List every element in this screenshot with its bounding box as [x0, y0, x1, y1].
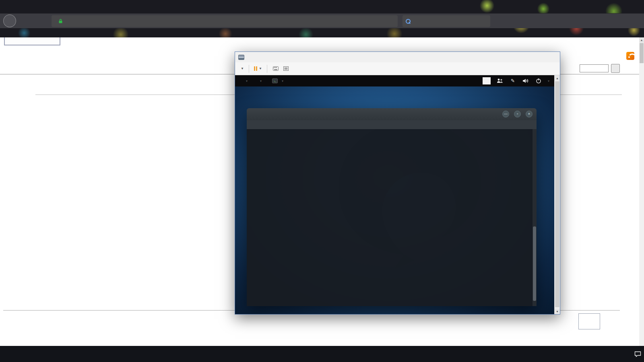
- vmware-scrollbar[interactable]: ▲ ▼: [554, 75, 560, 314]
- workspace-indicator[interactable]: [483, 77, 491, 84]
- chevron-down-icon[interactable]: ▾: [548, 79, 549, 83]
- kali-footer-logo: [578, 313, 600, 329]
- browser-navbar: [0, 13, 644, 28]
- scroll-up-icon[interactable]: ▲: [639, 37, 644, 43]
- page-scrollbar[interactable]: ▲: [639, 37, 644, 346]
- pen-icon[interactable]: ✎: [509, 77, 516, 84]
- vmware-toolbar: ▼ ▼: [235, 62, 560, 75]
- minimize-button[interactable]: [588, 0, 607, 13]
- vmware-window-controls: [519, 52, 560, 62]
- terminal-title-bar[interactable]: — ▫ ×: [247, 108, 537, 120]
- fullscreen-icon[interactable]: [283, 66, 290, 72]
- rss-icon[interactable]: [626, 52, 634, 60]
- suspend-button[interactable]: ▼: [254, 66, 262, 71]
- back-button[interactable]: [3, 14, 16, 27]
- search-bar[interactable]: [402, 15, 490, 27]
- vmware-maximize-button[interactable]: [533, 52, 546, 62]
- jump-button[interactable]: [611, 64, 620, 73]
- action-center-icon[interactable]: [634, 350, 642, 358]
- chevron-down-icon: ▾: [282, 79, 283, 83]
- windows-taskbar: [0, 346, 644, 362]
- applications-menu[interactable]: ▾: [240, 75, 252, 86]
- chevron-down-icon: ▼: [241, 67, 244, 70]
- vm-display[interactable]: ▾ ▾ ›_▾ ✎ ▾: [235, 75, 554, 314]
- new-tab-button[interactable]: [518, 0, 530, 13]
- issue-number-input[interactable]: [580, 64, 609, 72]
- users-icon[interactable]: [496, 77, 504, 84]
- terminal-window[interactable]: — ▫ ×: [247, 108, 537, 306]
- vmware-window[interactable]: ▼ ▼ ▾ ▾ ›_▾ ✎ ▾: [235, 51, 560, 315]
- chevron-down-icon: ▾: [260, 79, 262, 83]
- scrollbar-thumb[interactable]: [640, 43, 644, 63]
- issue-jump: [580, 64, 620, 73]
- bookmarks-bar: [3, 28, 644, 37]
- system-tray: [618, 346, 644, 362]
- terminal-maximize-button[interactable]: ▫: [514, 111, 521, 117]
- maximize-button[interactable]: [607, 0, 625, 13]
- search-icon: [406, 19, 411, 24]
- terminal-menubar: [247, 120, 537, 129]
- vmware-minimize-button[interactable]: [519, 52, 533, 62]
- terminal-scrollbar[interactable]: [533, 129, 537, 306]
- chevron-down-icon: ▼: [259, 67, 262, 70]
- terminal-app-menu[interactable]: ›_▾: [268, 75, 287, 86]
- browser-window-controls: [588, 0, 644, 13]
- vmware-app-icon: [238, 55, 244, 60]
- send-cad-icon[interactable]: [272, 66, 279, 72]
- terminal-minimize-button[interactable]: —: [502, 111, 509, 117]
- player-menu[interactable]: ▼: [239, 67, 244, 70]
- gnome-status-area: ✎ ▾: [483, 77, 549, 84]
- close-button[interactable]: [625, 0, 644, 13]
- places-menu[interactable]: ▾: [254, 75, 266, 86]
- url-bar[interactable]: [52, 15, 398, 27]
- terminal-scrollbar-thumb[interactable]: [533, 226, 536, 301]
- refresh-button[interactable]: [31, 15, 42, 27]
- kali-desktop[interactable]: — ▫ ×: [235, 86, 554, 314]
- scroll-down-icon[interactable]: ▼: [555, 309, 560, 314]
- https-lock-icon: [58, 19, 63, 24]
- terminal-icon: ›_: [272, 78, 278, 83]
- vmware-title-bar[interactable]: [235, 52, 560, 62]
- terminal-window-buttons: — ▫ ×: [502, 111, 533, 117]
- pause-icon: [254, 66, 257, 71]
- power-icon[interactable]: [535, 77, 542, 84]
- desktop-screen: ▲ ▼ ▼ ▾ ▾: [0, 0, 644, 362]
- chevron-down-icon: ▾: [246, 79, 248, 83]
- volume-icon[interactable]: [522, 77, 529, 84]
- firefox-chrome: [0, 0, 644, 37]
- terminal-output[interactable]: [247, 129, 537, 306]
- terminal-close-button[interactable]: ×: [526, 111, 533, 117]
- vmware-close-button[interactable]: [546, 52, 560, 62]
- gnome-top-bar: ▾ ▾ ›_▾ ✎ ▾: [235, 75, 554, 86]
- vmware-scrollbar-thumb[interactable]: [555, 81, 559, 307]
- site-logo[interactable]: [4, 37, 60, 45]
- scroll-up-icon[interactable]: ▲: [555, 75, 560, 81]
- forward-button[interactable]: [18, 15, 29, 27]
